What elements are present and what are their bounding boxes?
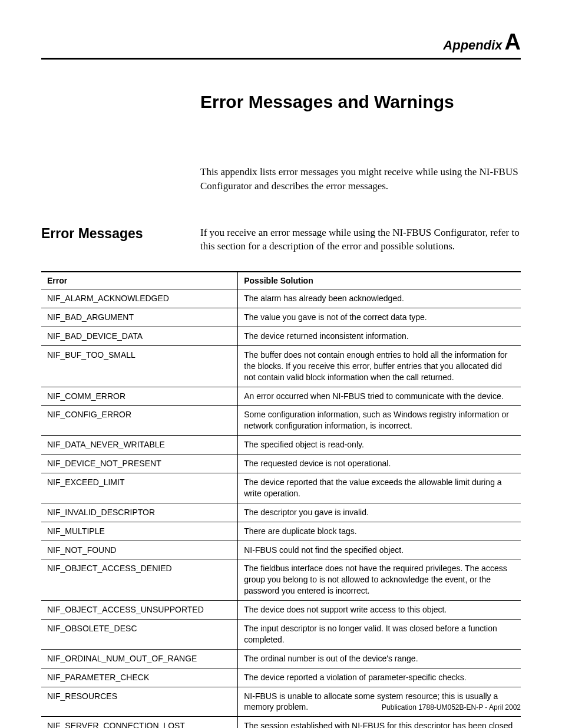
error-solution: The session established with NI-FBUS for… <box>238 717 521 728</box>
error-code: NIF_DEVICE_NOT_PRESENT <box>41 454 238 473</box>
table-row: NIF_PARAMETER_CHECKThe device reported a… <box>41 668 521 687</box>
error-code: NIF_COMM_ERROR <box>41 387 238 406</box>
publication-footer: Publication 1788-UM052B-EN-P - April 200… <box>382 703 521 711</box>
error-code: NIF_RESOURCES <box>41 687 238 717</box>
error-code: NIF_OBJECT_ACCESS_UNSUPPORTED <box>41 601 238 620</box>
table-row: NIF_OBJECT_ACCESS_UNSUPPORTEDThe device … <box>41 601 521 620</box>
error-solution: The specified object is read-only. <box>238 436 521 454</box>
appendix-letter: A <box>505 29 521 54</box>
error-code: NIF_SERVER_CONNECTION_LOST <box>41 717 238 728</box>
error-solution: Some configuration information, such as … <box>238 406 521 436</box>
section-row: Error Messages If you receive an error m… <box>41 226 521 254</box>
section-heading: Error Messages <box>41 226 200 242</box>
table-row: NIF_ALARM_ACKNOWLEDGEDThe alarm has alre… <box>41 289 521 308</box>
error-solution: The device returned inconsistent informa… <box>238 327 521 345</box>
error-code: NIF_DATA_NEVER_WRITABLE <box>41 436 238 454</box>
error-solution: The device does not support write access… <box>238 601 521 620</box>
error-solution: The buffer does not contain enough entri… <box>238 345 521 387</box>
error-solution: The input descriptor is no longer valid.… <box>238 620 521 650</box>
error-solution: NI-FBUS is unable to allocate some syste… <box>238 687 521 717</box>
error-solution: The descriptor you gave is invalid. <box>238 503 521 522</box>
error-solution: The ordinal number is out of the device'… <box>238 649 521 668</box>
table-row: NIF_NOT_FOUNDNI-FBUS could not find the … <box>41 541 521 559</box>
table-row: NIF_COMM_ERRORAn error occurred when NI-… <box>41 387 521 406</box>
error-solution: The device reported that the value excee… <box>238 473 521 503</box>
error-table: Error Possible Solution NIF_ALARM_ACKNOW… <box>41 271 521 728</box>
table-row: NIF_DEVICE_NOT_PRESENTThe requested devi… <box>41 454 521 473</box>
error-code: NIF_OBJECT_ACCESS_DENIED <box>41 559 238 601</box>
error-solution: The device reported a violation of param… <box>238 668 521 687</box>
error-solution: The fieldbus interface does not have the… <box>238 559 521 601</box>
error-code: NIF_EXCEED_LIMIT <box>41 473 238 503</box>
table-row: NIF_EXCEED_LIMITThe device reported that… <box>41 473 521 503</box>
table-row: NIF_BUF_TOO_SMALLThe buffer does not con… <box>41 345 521 387</box>
error-code: NIF_ALARM_ACKNOWLEDGED <box>41 289 238 308</box>
error-solution: The alarm has already been acknowledged. <box>238 289 521 308</box>
error-code: NIF_BUF_TOO_SMALL <box>41 345 238 387</box>
error-solution: The requested device is not operational. <box>238 454 521 473</box>
error-code: NIF_OBSOLETE_DESC <box>41 620 238 650</box>
error-solution: NI-FBUS could not find the specified obj… <box>238 541 521 559</box>
table-header-error: Error <box>41 272 238 289</box>
table-row: NIF_BAD_DEVICE_DATAThe device returned i… <box>41 327 521 345</box>
table-row: NIF_INVALID_DESCRIPTORThe descriptor you… <box>41 503 521 522</box>
appendix-header: AppendixA <box>41 29 521 55</box>
table-row: NIF_ORDINAL_NUM_OUT_OF_RANGEThe ordinal … <box>41 649 521 668</box>
error-code: NIF_INVALID_DESCRIPTOR <box>41 503 238 522</box>
error-code: NIF_ORDINAL_NUM_OUT_OF_RANGE <box>41 649 238 668</box>
table-row: NIF_CONFIG_ERRORSome configuration infor… <box>41 406 521 436</box>
error-code: NIF_MULTIPLE <box>41 522 238 541</box>
table-row: NIF_OBJECT_ACCESS_DENIEDThe fieldbus int… <box>41 559 521 601</box>
table-row: NIF_SERVER_CONNECTION_LOSTThe session es… <box>41 717 521 728</box>
section-text: If you receive an error message while us… <box>200 226 521 254</box>
table-header-solution: Possible Solution <box>238 272 521 289</box>
table-row: NIF_BAD_ARGUMENTThe value you gave is no… <box>41 308 521 327</box>
error-code: NIF_PARAMETER_CHECK <box>41 668 238 687</box>
table-row: NIF_OBSOLETE_DESCThe input descriptor is… <box>41 620 521 650</box>
error-solution: An error occurred when NI-FBUS tried to … <box>238 387 521 406</box>
table-row: NIF_MULTIPLEThere are duplicate block ta… <box>41 522 521 541</box>
appendix-label: Appendix <box>443 38 502 52</box>
table-row: NIF_DATA_NEVER_WRITABLEThe specified obj… <box>41 436 521 454</box>
page-title: Error Messages and Warnings <box>200 92 521 112</box>
error-solution: There are duplicate block tags. <box>238 522 521 541</box>
header-divider <box>41 58 521 60</box>
intro-paragraph: This appendix lists error messages you m… <box>200 165 521 193</box>
error-solution: The value you gave is not of the correct… <box>238 308 521 327</box>
error-code: NIF_NOT_FOUND <box>41 541 238 559</box>
error-code: NIF_CONFIG_ERROR <box>41 406 238 436</box>
error-code: NIF_BAD_ARGUMENT <box>41 308 238 327</box>
table-row: NIF_RESOURCESNI-FBUS is unable to alloca… <box>41 687 521 717</box>
error-code: NIF_BAD_DEVICE_DATA <box>41 327 238 345</box>
